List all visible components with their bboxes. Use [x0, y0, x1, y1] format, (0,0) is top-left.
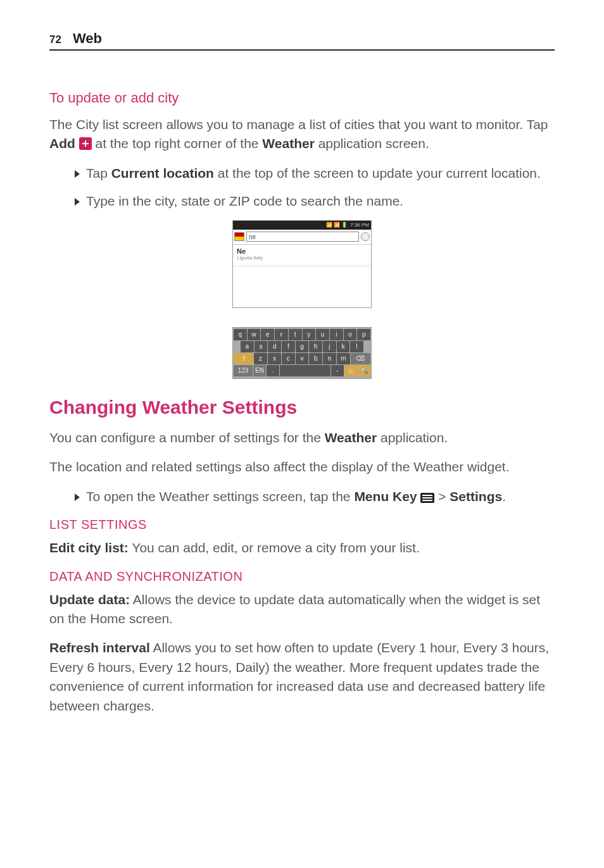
- bullet-open-settings: To open the Weather settings screen, tap…: [75, 487, 555, 506]
- heading-data-sync: DATA AND SYNCHRONIZATION: [49, 569, 555, 584]
- label-current-location: Current location: [111, 166, 214, 180]
- backspace-key[interactable]: ⌫: [351, 353, 370, 364]
- key[interactable]: j: [323, 341, 336, 352]
- para-location-settings: The location and related settings also a…: [49, 457, 555, 476]
- key[interactable]: g: [296, 341, 309, 352]
- key[interactable]: c: [282, 353, 295, 364]
- key[interactable]: .: [267, 365, 279, 376]
- bullet-icon: [75, 493, 80, 501]
- text: .: [502, 489, 506, 504]
- add-icon: [79, 137, 92, 150]
- status-time: 7:36 PM: [350, 222, 369, 228]
- text: You can add, edit, or remove a city from…: [129, 540, 420, 555]
- bullet-icon: [75, 198, 80, 206]
- key[interactable]: r: [275, 329, 288, 340]
- bullet-icon: [75, 170, 80, 178]
- label-update-data: Update data:: [49, 592, 130, 607]
- key[interactable]: m: [337, 353, 350, 364]
- page-header: 72 Web: [49, 30, 555, 51]
- key[interactable]: n: [323, 353, 336, 364]
- label-weather: Weather: [262, 136, 314, 151]
- heading-changing-weather-settings: Changing Weather Settings: [49, 397, 555, 418]
- search-key[interactable]: 🔍: [358, 365, 370, 376]
- key[interactable]: f: [282, 341, 295, 352]
- emoji-key[interactable]: ☺: [344, 365, 357, 376]
- text: application.: [377, 430, 448, 445]
- lang-key[interactable]: EN: [253, 365, 266, 376]
- key[interactable]: z: [254, 353, 267, 364]
- key[interactable]: v: [296, 353, 309, 364]
- key[interactable]: x: [268, 353, 281, 364]
- status-icons: 📶 📶 🔋: [326, 222, 348, 228]
- text: application screen.: [315, 136, 429, 151]
- bullet-current-location: Tap Current location at the top of the s…: [75, 164, 555, 183]
- para-city-list: The City list screen allows you to manag…: [49, 115, 555, 154]
- label-settings: Settings: [450, 489, 502, 504]
- search-input[interactable]: ne: [246, 232, 359, 242]
- text: To open the Weather settings screen, tap…: [86, 489, 354, 504]
- text: at the top right corner of the: [92, 136, 263, 151]
- page-number: 72: [49, 34, 61, 46]
- text: You can configure a number of settings f…: [49, 430, 325, 445]
- text: Type in the city, state or ZIP code to s…: [86, 192, 403, 211]
- para-configure: You can configure a number of settings f…: [49, 428, 555, 447]
- key[interactable]: k: [337, 341, 350, 352]
- key[interactable]: d: [268, 341, 281, 352]
- screenshot-search: 📶 📶 🔋 7:36 PM ne Ne Liguria,Italy: [232, 220, 372, 308]
- search-result[interactable]: Ne Liguria,Italy: [233, 245, 371, 266]
- result-title: Ne: [237, 247, 367, 255]
- key[interactable]: t: [289, 329, 302, 340]
- text: Tap: [86, 166, 111, 180]
- key[interactable]: s: [255, 341, 268, 352]
- flag-icon: [234, 232, 244, 241]
- label-weather: Weather: [325, 430, 377, 445]
- key[interactable]: i: [330, 329, 343, 340]
- key[interactable]: w: [248, 329, 261, 340]
- key[interactable]: -: [331, 365, 344, 376]
- menu-icon: [420, 493, 434, 503]
- text: >: [438, 489, 450, 504]
- key[interactable]: p: [357, 329, 370, 340]
- para-edit-city-list: Edit city list: You can add, edit, or re…: [49, 538, 555, 557]
- section-title: Web: [73, 30, 102, 47]
- key[interactable]: h: [309, 341, 322, 352]
- numbers-key[interactable]: 123: [234, 365, 253, 376]
- key[interactable]: q: [234, 329, 247, 340]
- key[interactable]: u: [316, 329, 329, 340]
- search-go-button[interactable]: [361, 232, 370, 241]
- screenshot-keyboard: q w e r t y u i o p a s d f g h j k l: [232, 327, 372, 379]
- key[interactable]: l: [350, 341, 363, 352]
- bullet-type-city: Type in the city, state or ZIP code to s…: [75, 192, 555, 211]
- key[interactable]: o: [344, 329, 357, 340]
- heading-list-settings: LIST SETTINGS: [49, 518, 555, 532]
- key[interactable]: e: [261, 329, 274, 340]
- label-refresh-interval: Refresh interval: [49, 640, 150, 655]
- label-add: Add: [49, 136, 75, 151]
- label-menu-key: Menu Key: [354, 489, 417, 504]
- status-bar: 📶 📶 🔋 7:36 PM: [233, 221, 371, 230]
- result-subtitle: Liguria,Italy: [237, 255, 367, 261]
- key[interactable]: a: [241, 341, 254, 352]
- heading-update-add-city: To update or add city: [49, 90, 555, 106]
- space-key[interactable]: [280, 365, 330, 376]
- key[interactable]: y: [303, 329, 316, 340]
- text: The City list screen allows you to manag…: [49, 117, 548, 132]
- para-refresh-interval: Refresh interval Allows you to set how o…: [49, 638, 555, 716]
- para-update-data: Update data: Allows the device to update…: [49, 590, 555, 629]
- shift-key[interactable]: ⇧: [234, 353, 253, 364]
- key[interactable]: b: [309, 353, 322, 364]
- text: at the top of the screen to update your …: [214, 166, 541, 180]
- label-edit-city-list: Edit city list:: [49, 540, 129, 555]
